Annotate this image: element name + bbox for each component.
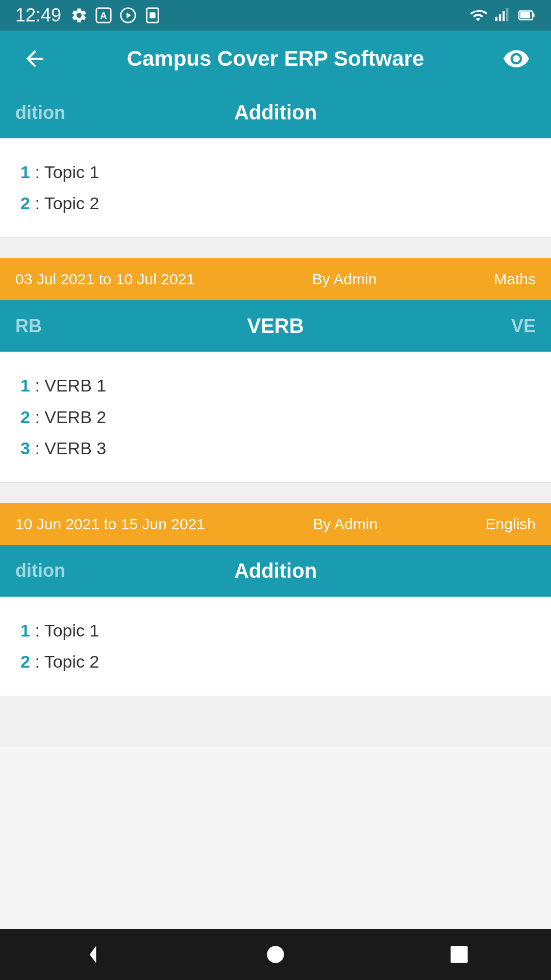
topic-number: 2 <box>20 193 30 213</box>
topic-colon: : VERB 1 <box>35 376 106 395</box>
topic-colon: : Topic 2 <box>35 193 99 213</box>
a-icon: A <box>95 7 112 24</box>
wifi-icon <box>469 7 487 24</box>
svg-marker-13 <box>90 946 96 963</box>
card-topics-3: 1 : Topic 1 2 : Topic 2 <box>0 597 551 696</box>
topic-number: 1 <box>20 162 30 182</box>
topic-item: 1 : Topic 1 <box>20 615 531 646</box>
topic-colon: : Topic 2 <box>35 652 99 671</box>
svg-point-14 <box>267 946 284 963</box>
svg-rect-9 <box>506 8 508 21</box>
card-addition-2: dition Addition 1 : Topic 1 2 : Topic 2 <box>0 545 551 696</box>
card-header-1: dition Addition <box>0 87 551 138</box>
svg-marker-3 <box>127 12 131 18</box>
app-title: Campus Cover ERP Software <box>49 46 502 71</box>
status-time: 12:49 <box>15 5 61 26</box>
topic-colon: : VERB 3 <box>35 438 106 458</box>
svg-text:A: A <box>100 10 107 21</box>
card-topics-1: 1 : Topic 1 2 : Topic 2 <box>0 138 551 237</box>
status-bar-right <box>469 7 536 24</box>
card-title-2: VERB <box>247 314 304 337</box>
card-title-1: Addition <box>234 101 317 124</box>
card-title-3: Addition <box>234 559 317 582</box>
topic-number: 1 <box>20 621 30 640</box>
nav-bar <box>0 929 551 980</box>
svg-rect-7 <box>499 14 501 21</box>
play-icon <box>119 7 137 24</box>
status-bar-left: 12:49 A <box>15 5 161 26</box>
back-button[interactable] <box>20 44 49 73</box>
topic-item: 2 : VERB 2 <box>20 402 531 433</box>
card-header-side-1: dition <box>15 102 65 124</box>
app-bar: Campus Cover ERP Software <box>0 31 551 87</box>
topic-item: 1 : Topic 1 <box>20 157 531 188</box>
signal-icon <box>494 7 511 24</box>
topic-number: 2 <box>20 407 30 427</box>
gear-icon <box>70 7 88 24</box>
topic-item: 3 : VERB 3 <box>20 433 531 464</box>
status-icons: A <box>70 7 161 24</box>
topic-number: 2 <box>20 652 30 671</box>
card-footer-2: 10 Jun 2021 to 15 Jun 2021 By Admin Engl… <box>0 503 551 545</box>
svg-rect-15 <box>450 946 467 963</box>
battery-icon <box>518 7 536 24</box>
svg-rect-8 <box>503 11 505 21</box>
nav-back-button[interactable] <box>71 934 112 975</box>
card-header-2: RB VERB VE <box>0 300 551 352</box>
footer-subject-1: Maths <box>494 271 536 288</box>
svg-rect-5 <box>149 12 155 18</box>
card-header-3: dition Addition <box>0 545 551 597</box>
footer-by-2: By Admin <box>313 516 378 533</box>
svg-rect-11 <box>520 12 530 18</box>
card-gap-2 <box>0 483 551 503</box>
bottom-spacer <box>0 696 551 747</box>
footer-by-1: By Admin <box>312 271 377 288</box>
footer-date-2: 10 Jun 2021 to 15 Jun 2021 <box>15 516 205 533</box>
topic-colon: : Topic 1 <box>35 162 99 182</box>
status-bar: 12:49 A <box>0 0 551 31</box>
topic-colon: : VERB 2 <box>35 407 106 427</box>
nav-recent-button[interactable] <box>439 934 480 975</box>
sim-icon <box>144 7 161 24</box>
card-header-side-2: RB <box>15 315 42 337</box>
svg-rect-12 <box>533 13 535 17</box>
card-footer-1: 03 Jul 2021 to 10 Jul 2021 By Admin Math… <box>0 258 551 300</box>
nav-home-button[interactable] <box>255 934 296 975</box>
footer-date-1: 03 Jul 2021 to 10 Jul 2021 <box>15 271 195 288</box>
topic-item: 2 : Topic 2 <box>20 646 531 677</box>
card-gap-1 <box>0 238 551 258</box>
topic-item: 2 : Topic 2 <box>20 188 531 219</box>
topic-colon: : Topic 1 <box>35 621 99 640</box>
eye-button[interactable] <box>502 44 531 73</box>
topic-item: 1 : VERB 1 <box>20 370 531 401</box>
footer-subject-2: English <box>486 516 536 533</box>
card-header-right-2: VE <box>511 315 536 337</box>
card-addition-1: dition Addition 1 : Topic 1 2 : Topic 2 <box>0 87 551 238</box>
card-topics-2: 1 : VERB 1 2 : VERB 2 3 : VERB 3 <box>0 352 551 482</box>
topic-number: 1 <box>20 376 30 395</box>
topic-number: 3 <box>20 438 30 458</box>
main-content: dition Addition 1 : Topic 1 2 : Topic 2 … <box>0 87 551 747</box>
svg-rect-6 <box>495 17 497 21</box>
card-verb: RB VERB VE 1 : VERB 1 2 : VERB 2 3 : VER… <box>0 300 551 483</box>
card-header-side-3: dition <box>15 560 65 581</box>
